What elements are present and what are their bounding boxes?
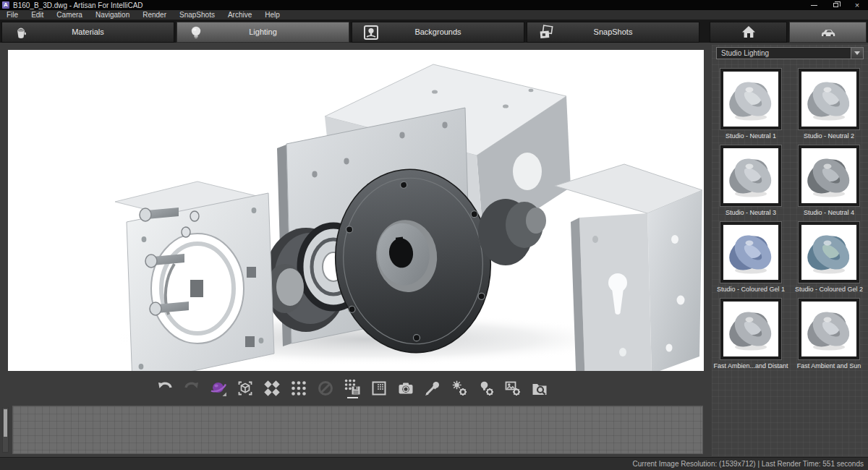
torus-knot-preview-icon [801,302,856,356]
preset-thumbnail [720,68,782,130]
tab-materials[interactable]: Materials [1,22,174,43]
lighting-preset-7[interactable]: Fast Ambien...and Distant [713,298,788,372]
status-bar: Current Image Resolution: (1539x712) | L… [0,457,868,470]
chevron-down-icon [854,51,860,55]
dropdown-arrow-button[interactable] [851,48,863,59]
lighting-preset-8[interactable]: Fast Ambient and Sun [797,298,861,372]
tab-backgrounds[interactable]: Backgrounds [352,22,524,43]
preset-label: Fast Ambien...and Distant [713,362,788,369]
torus-knot-preview-icon [801,148,856,203]
lighting-panel: Studio Lighting Studio - Neutral 1 [712,45,868,456]
menu-item-navigation[interactable]: Navigation [89,11,136,19]
tab-label: Materials [72,27,104,36]
snapshot-camera-icon[interactable] [397,377,414,400]
lighting-preset-1[interactable]: Studio - Neutral 1 [720,68,782,142]
render-icon[interactable] [210,377,227,400]
app-logo-icon: A [2,1,9,9]
material-eyedropper-icon[interactable] [424,377,441,400]
render-all-icon[interactable] [237,377,254,400]
background-settings-icon[interactable] [504,377,522,400]
menu-item-file[interactable]: File [0,11,25,19]
preset-label: Studio - Neutral 3 [726,209,776,216]
torus-knot-preview-icon [801,72,856,127]
active-tool-underline [347,397,358,398]
tab-snapshots[interactable]: SnapShots [527,22,699,43]
menu-item-camera[interactable]: Camera [50,11,89,19]
vehicle-button[interactable] [789,22,867,43]
menu-item-edit[interactable]: Edit [25,11,50,19]
preset-label: Fast Ambient and Sun [797,362,861,369]
menu-item-help[interactable]: Help [258,11,286,19]
menu-item-archive[interactable]: Archive [221,11,258,19]
preset-thumbnail [798,298,860,360]
preset-thumbnail [798,145,860,207]
snapshot-strip[interactable] [12,406,703,454]
browse-renders-icon[interactable] [531,377,548,400]
preset-label: Studio - Neutral 2 [804,132,854,140]
lighting-preset-4[interactable]: Studio - Neutral 4 [798,145,860,218]
title-bar: A B160_B_3D.dwg - Artisan For IntelliCAD… [0,0,868,10]
torus-knot-preview-icon [723,72,778,127]
menu-bar: FileEditCameraNavigationRenderSnapShotsA… [0,10,868,20]
preset-thumbnail [720,298,782,360]
preset-thumbnail [720,221,782,283]
redo-icon[interactable] [183,377,200,400]
torus-knot-preview-icon [723,148,778,203]
minimize-button[interactable] [803,0,825,10]
stacked-photos-icon [537,24,555,41]
lighting-preset-2[interactable]: Studio - Neutral 2 [798,68,860,142]
window-title: B160_B_3D.dwg - Artisan For IntelliCAD [13,1,143,9]
dropdown-value: Studio Lighting [721,49,769,57]
menu-item-render[interactable]: Render [136,11,173,19]
render-preview-image [8,50,704,371]
restore-button[interactable] [825,0,846,10]
restore-icon [833,3,838,7]
sun-settings-icon[interactable] [451,377,468,400]
car-icon [819,23,838,40]
render-toolbar [0,372,705,405]
preset-label: Studio - Neutral 1 [726,132,776,140]
home-icon [740,23,757,40]
render-region-icon[interactable] [370,377,388,400]
torus-knot-preview-icon [723,302,778,356]
lighting-category-dropdown[interactable]: Studio Lighting [716,47,864,59]
home-button[interactable] [710,22,787,43]
preset-thumbnail [798,221,860,283]
filmstrip-scrollbar[interactable] [2,407,9,453]
background-image-icon [362,24,380,41]
preset-label: Studio - Coloured Gel 1 [717,286,785,293]
paint-bucket-icon [12,24,30,41]
tab-lighting[interactable]: Lighting [176,22,349,43]
status-text: Current Image Resolution: (1539x712) | L… [633,460,864,468]
undo-icon[interactable] [156,377,174,400]
light-bulb-icon [187,24,205,41]
torus-knot-preview-icon [801,225,856,280]
tab-bar: Materials Lighting Backgrounds SnapShots [0,20,868,43]
close-button[interactable]: × [846,0,868,10]
tab-label: Backgrounds [414,27,461,36]
lighting-settings-icon[interactable] [477,377,495,400]
preset-label: Studio - Neutral 4 [804,209,854,216]
preset-thumbnail [798,68,860,130]
scrollbar-thumb[interactable] [4,409,7,437]
menu-item-snapshots[interactable]: SnapShots [173,11,221,19]
lighting-preset-3[interactable]: Studio - Neutral 3 [720,145,782,218]
save-render-icon[interactable] [344,377,361,400]
lighting-preset-5[interactable]: Studio - Coloured Gel 1 [717,221,785,295]
render-viewport[interactable] [8,50,704,371]
minimize-icon [811,5,817,6]
cancel-render-icon[interactable] [317,377,334,400]
lighting-preset-6[interactable]: Studio - Coloured Gel 2 [795,221,863,295]
preset-thumbnail [720,145,782,207]
tab-label: Lighting [249,27,277,36]
render-quality-icon[interactable] [263,377,281,400]
preset-grid: Studio - Neutral 1 Studio - Neutral 2 [712,65,868,372]
torus-knot-preview-icon [723,225,778,280]
render-resolution-icon[interactable] [290,377,307,400]
tab-label: SnapShots [594,27,633,36]
preset-label: Studio - Coloured Gel 2 [795,286,863,293]
